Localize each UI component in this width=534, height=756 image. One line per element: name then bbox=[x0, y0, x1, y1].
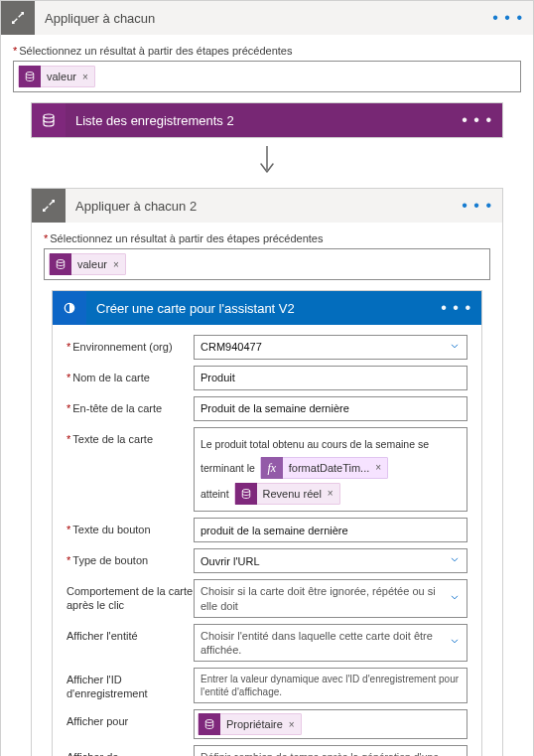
create-card-header[interactable]: Créer une carte pour l'assistant V2 • • … bbox=[53, 291, 481, 325]
token-remove[interactable]: × bbox=[113, 259, 119, 270]
show-for-label: Afficher pour bbox=[67, 709, 194, 729]
env-label: *Environnement (org) bbox=[67, 335, 194, 355]
owner-token[interactable]: Propriétaire × bbox=[198, 713, 302, 735]
select-result-label: *Sélectionnez un résultat à partir des é… bbox=[13, 45, 521, 57]
svg-point-5 bbox=[242, 490, 250, 493]
show-entity-label: Afficher l'entité bbox=[67, 624, 194, 644]
button-text-label: *Texte du bouton bbox=[67, 518, 194, 537]
token-remove[interactable]: × bbox=[289, 718, 295, 731]
card-text-input[interactable]: Le produit total obtenu au cours de la s… bbox=[194, 427, 467, 512]
more-menu[interactable]: • • • bbox=[462, 111, 492, 129]
token-remove[interactable]: × bbox=[82, 72, 88, 82]
button-text-input[interactable]: produit de la semaine dernière bbox=[194, 518, 467, 542]
apply-each-2-header[interactable]: Appliquer à chacun 2 • • • bbox=[32, 189, 502, 223]
card-text-label: *Texte de la carte bbox=[67, 427, 194, 447]
value-token[interactable]: valeur × bbox=[49, 253, 126, 275]
apply-each-container: Appliquer à chacun • • • *Sélectionnez u… bbox=[0, 0, 534, 756]
loop-icon bbox=[1, 1, 35, 35]
revenue-token[interactable]: Revenu réel × bbox=[234, 483, 340, 505]
step-title: Appliquer à chacun 2 bbox=[75, 199, 502, 214]
step-title: Créer une carte pour l'assistant V2 bbox=[96, 301, 481, 316]
token-remove[interactable]: × bbox=[328, 483, 334, 505]
list-records-step: Liste des enregistrements 2 • • • bbox=[31, 102, 503, 138]
create-card-step: Créer une carte pour l'assistant V2 • • … bbox=[52, 290, 482, 756]
more-menu[interactable]: • • • bbox=[462, 197, 492, 215]
chevron-down-icon bbox=[449, 553, 461, 568]
show-from-label: Afficher de bbox=[67, 745, 194, 756]
fx-icon: fx bbox=[261, 457, 283, 479]
more-menu[interactable]: • • • bbox=[492, 9, 523, 27]
chevron-down-icon bbox=[449, 340, 461, 355]
card-header-input[interactable]: Produit de la semaine dernière bbox=[194, 396, 467, 421]
env-select[interactable]: CRM940477 bbox=[194, 335, 467, 360]
card-name-label: *Nom de la carte bbox=[67, 366, 194, 385]
apply-each-2-container: Appliquer à chacun 2 • • • *Sélectionnez… bbox=[31, 188, 503, 756]
create-card-body: *Environnement (org) CRM940477 *Nom de l… bbox=[53, 325, 481, 756]
step-title: Appliquer à chacun bbox=[45, 11, 533, 26]
chevron-down-icon bbox=[449, 591, 461, 606]
step-title: Liste des enregistrements 2 bbox=[75, 113, 502, 128]
list-records-header[interactable]: Liste des enregistrements 2 • • • bbox=[32, 103, 502, 137]
flow-arrow bbox=[31, 138, 503, 188]
loop-icon bbox=[32, 189, 66, 223]
database-icon bbox=[235, 483, 257, 505]
database-icon bbox=[19, 66, 41, 87]
token-remove[interactable]: × bbox=[375, 457, 381, 479]
svg-point-1 bbox=[44, 114, 54, 118]
button-type-label: *Type de bouton bbox=[67, 548, 194, 568]
after-click-select[interactable]: Choisir si la carte doit être ignorée, r… bbox=[194, 579, 467, 618]
fx-token[interactable]: fx formatDateTim... × bbox=[260, 457, 388, 479]
show-recordid-input[interactable]: Entrer la valeur dynamique avec l'ID d'e… bbox=[194, 668, 467, 703]
show-for-input[interactable]: Propriétaire × bbox=[194, 709, 467, 739]
card-name-input[interactable]: Produit bbox=[194, 366, 467, 390]
show-entity-select[interactable]: Choisir l'entité dans laquelle cette car… bbox=[194, 624, 467, 663]
svg-point-6 bbox=[205, 720, 213, 723]
button-type-select[interactable]: Ouvrir l'URL bbox=[194, 548, 467, 573]
database-icon bbox=[199, 713, 220, 735]
chevron-down-icon bbox=[449, 635, 461, 650]
select-result-input[interactable]: valeur × bbox=[13, 61, 521, 92]
apply-each-header[interactable]: Appliquer à chacun • • • bbox=[1, 1, 533, 35]
select-result-label: *Sélectionnez un résultat à partir des é… bbox=[44, 232, 490, 244]
apply-each-body: *Sélectionnez un résultat à partir des é… bbox=[1, 35, 533, 756]
card-icon bbox=[53, 291, 86, 325]
more-menu[interactable]: • • • bbox=[441, 299, 471, 317]
after-click-label: Comportement de la carte après le clic bbox=[67, 579, 194, 613]
database-icon bbox=[50, 253, 71, 275]
select-result-input[interactable]: valeur × bbox=[44, 248, 490, 280]
card-header-label: *En-tête de la carte bbox=[67, 396, 194, 416]
svg-point-3 bbox=[57, 260, 65, 263]
database-icon bbox=[32, 103, 66, 137]
show-from-input[interactable]: Définir combien de temps après la généra… bbox=[194, 745, 467, 756]
value-token[interactable]: valeur × bbox=[18, 66, 95, 87]
show-recordid-label: Afficher l'ID d'enregistrement bbox=[67, 668, 194, 701]
apply-each-2-body: *Sélectionnez un résultat à partir des é… bbox=[32, 223, 502, 756]
svg-point-0 bbox=[26, 73, 34, 76]
